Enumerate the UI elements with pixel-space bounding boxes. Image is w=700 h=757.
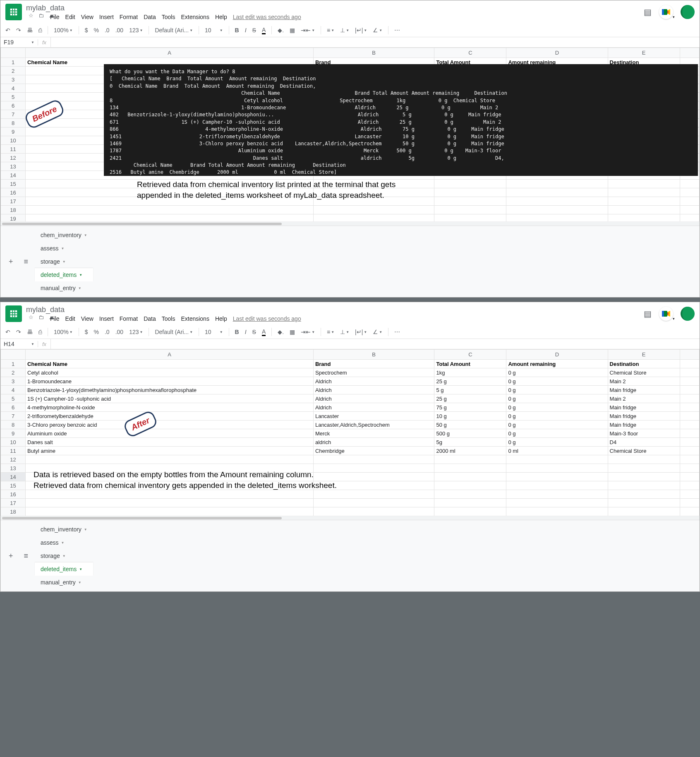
wrap-button[interactable]: |↵| ▼ xyxy=(355,27,367,34)
print-button[interactable]: 🖶 xyxy=(27,329,33,335)
account-avatar[interactable] xyxy=(681,5,695,19)
horizontal-scrollbar[interactable] xyxy=(0,221,700,226)
menu-file[interactable]: File xyxy=(50,14,60,20)
table-row[interactable]: 31-BromoundecaneAldrich25 g0 gMain 2 xyxy=(1,377,700,386)
spreadsheet-grid[interactable]: ABCDE 1Chemical NameBrandTotal AmountAmo… xyxy=(0,349,700,516)
wrap-button[interactable]: |↵| ▼ xyxy=(355,329,367,335)
menu-edit[interactable]: Edit xyxy=(65,14,75,20)
menu-data[interactable]: Data xyxy=(144,14,156,20)
table-row[interactable]: 64-methylmorpholine-N-oxideAldrich75 g0 … xyxy=(1,403,700,412)
more-button[interactable]: ⋯ xyxy=(394,329,400,335)
table-row[interactable]: 16 xyxy=(1,490,700,499)
table-row[interactable]: 17 xyxy=(1,499,700,507)
borders-button[interactable]: ▦ xyxy=(290,329,295,335)
font-select[interactable]: Default (Ari... ▼ xyxy=(155,27,193,34)
rotate-button[interactable]: ∠ ▼ xyxy=(373,27,382,34)
italic-button[interactable]: I xyxy=(245,27,247,34)
table-row[interactable]: 10Danes saltaldrich5g0 gD4 xyxy=(1,438,700,447)
increase-decimal-button[interactable]: .00 xyxy=(115,329,123,335)
menu-help[interactable]: Help xyxy=(215,14,227,20)
star-icon[interactable]: ☆ xyxy=(29,314,34,320)
currency-button[interactable]: $ xyxy=(85,329,88,335)
formula-bar[interactable] xyxy=(50,339,700,349)
menu-help[interactable]: Help xyxy=(215,315,227,322)
textcolor-button[interactable]: A xyxy=(262,26,266,34)
italic-button[interactable]: I xyxy=(245,329,247,335)
menu-tools[interactable]: Tools xyxy=(162,14,175,20)
tab-assess[interactable]: assess ▼ xyxy=(35,536,93,549)
account-avatar[interactable] xyxy=(681,307,695,321)
fillcolor-button[interactable]: ◆. xyxy=(278,27,284,34)
menu-data[interactable]: Data xyxy=(144,315,156,322)
paintformat-button[interactable]: ⎙ xyxy=(38,27,42,34)
textcolor-button[interactable]: A xyxy=(262,328,266,336)
table-row[interactable]: 83-Chloro peroxy benzoic acidLancaster,A… xyxy=(1,421,700,429)
borders-button[interactable]: ▦ xyxy=(290,27,295,34)
menu-view[interactable]: View xyxy=(81,315,93,322)
menu-file[interactable]: File xyxy=(50,315,60,322)
add-sheet-button[interactable]: + xyxy=(5,549,17,563)
horizontal-scrollbar[interactable] xyxy=(0,516,700,520)
menu-extensions[interactable]: Extensions xyxy=(181,315,209,322)
fillcolor-button[interactable]: ◆. xyxy=(278,329,284,335)
currency-button[interactable]: $ xyxy=(85,27,88,34)
undo-button[interactable]: ↶ xyxy=(5,329,10,335)
move-icon[interactable]: 🗀 xyxy=(38,314,44,320)
name-box[interactable]: H14▼ xyxy=(0,339,38,349)
redo-button[interactable]: ↷ xyxy=(16,27,21,34)
table-row[interactable]: 4Benzotriazole-1-yloxy(dimethylamino)pho… xyxy=(1,386,700,394)
menu-edit[interactable]: Edit xyxy=(65,315,75,322)
menu-tools[interactable]: Tools xyxy=(162,315,175,322)
all-sheets-button[interactable]: ≡ xyxy=(20,255,33,269)
tab-storage[interactable]: storage ▼ xyxy=(35,549,93,562)
redo-button[interactable]: ↷ xyxy=(16,329,21,335)
strike-button[interactable]: S xyxy=(252,329,256,335)
move-icon[interactable]: 🗀 xyxy=(38,12,44,19)
menu-format[interactable]: Format xyxy=(120,14,138,20)
last-edit-link[interactable]: Last edit was seconds ago xyxy=(233,315,301,322)
merge-button[interactable]: ⇥⇤ ▼ xyxy=(301,329,315,335)
rotate-button[interactable]: ∠ ▼ xyxy=(373,329,382,335)
menu-format[interactable]: Format xyxy=(120,315,138,322)
zoom-select[interactable]: 100% ▼ xyxy=(54,329,73,335)
undo-button[interactable]: ↶ xyxy=(5,27,10,34)
valign-button[interactable]: ⊥ ▼ xyxy=(340,329,349,335)
bold-button[interactable]: B xyxy=(235,329,239,335)
menu-view[interactable]: View xyxy=(81,14,93,20)
tab-deleted_items[interactable]: deleted_items ▼ xyxy=(35,562,93,576)
tab-chem_inventory[interactable]: chem_inventory ▼ xyxy=(35,228,93,242)
paintformat-button[interactable]: ⎙ xyxy=(38,329,42,335)
fontsize-select[interactable]: 10 ▼ xyxy=(205,27,223,34)
format-number-button[interactable]: 123 ▼ xyxy=(129,329,143,335)
document-title[interactable]: mylab_data xyxy=(26,4,65,12)
table-row[interactable]: 12 xyxy=(1,455,700,464)
decrease-decimal-button[interactable]: .0 xyxy=(105,27,110,34)
star-icon[interactable]: ☆ xyxy=(29,12,34,19)
more-button[interactable]: ⋯ xyxy=(394,27,400,34)
table-row[interactable]: 18 xyxy=(1,507,700,516)
percent-button[interactable]: % xyxy=(94,27,99,34)
table-row[interactable]: 9Aluminium oxideMerck500 g0 gMain-3 floo… xyxy=(1,429,700,438)
merge-button[interactable]: ⇥⇤ ▼ xyxy=(301,27,315,34)
document-title[interactable]: mylab_data xyxy=(26,305,65,314)
table-row[interactable]: 18 xyxy=(1,206,700,214)
comments-icon[interactable]: ▤ xyxy=(644,309,652,319)
meet-button[interactable]: ▾ xyxy=(659,5,673,19)
table-row[interactable]: 51S (+) Campher-10 -sulphonic acidAldric… xyxy=(1,394,700,403)
comments-icon[interactable]: ▤ xyxy=(644,7,652,17)
halign-button[interactable]: ≡ ▼ xyxy=(327,27,334,34)
decrease-decimal-button[interactable]: .0 xyxy=(105,329,110,335)
name-box[interactable]: F19▼ xyxy=(0,37,38,47)
tab-manual_entry[interactable]: manual_entry ▼ xyxy=(35,281,93,295)
add-sheet-button[interactable]: + xyxy=(5,255,17,269)
last-edit-link[interactable]: Last edit was seconds ago xyxy=(233,14,301,20)
table-row[interactable]: 11Butyl amineChembridge2000 ml0 mlChemic… xyxy=(1,447,700,455)
tab-storage[interactable]: storage ▼ xyxy=(35,255,93,268)
strike-button[interactable]: S xyxy=(252,27,256,34)
font-select[interactable]: Default (Ari... ▼ xyxy=(155,329,193,335)
formula-bar[interactable] xyxy=(50,37,700,47)
fontsize-select[interactable]: 10 ▼ xyxy=(205,329,223,335)
menu-extensions[interactable]: Extensions xyxy=(181,14,209,20)
percent-button[interactable]: % xyxy=(94,329,99,335)
zoom-select[interactable]: 100% ▼ xyxy=(54,27,73,34)
